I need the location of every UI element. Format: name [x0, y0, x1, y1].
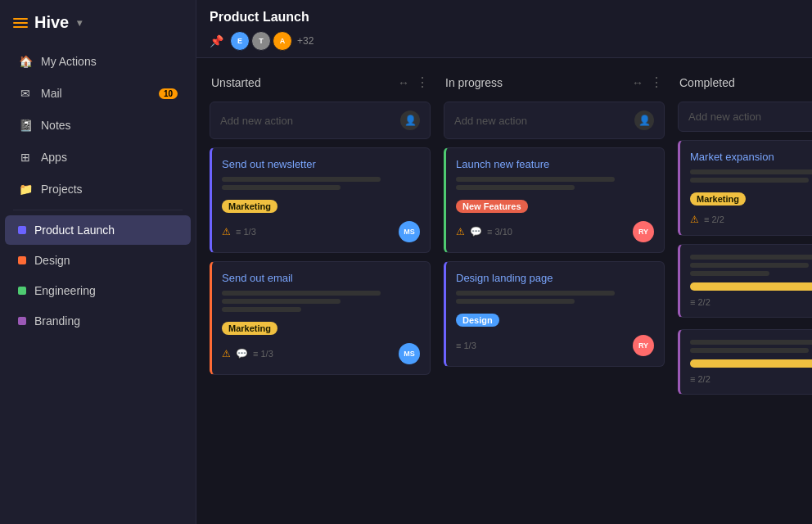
sidebar: Hive ▾ 🏠 My Actions ✉ Mail 10 📓 Notes ⊞ …	[0, 0, 196, 524]
card-title: Launch new feature	[456, 158, 654, 170]
avatar: MS	[399, 343, 420, 364]
expand-icon[interactable]: ↔	[398, 76, 409, 89]
sidebar-item-design[interactable]: Design	[5, 246, 191, 275]
projects-icon: 📁	[18, 182, 33, 196]
column-header: Completed ↔ ⋮	[678, 71, 812, 93]
card-line	[222, 299, 341, 304]
add-action-bar[interactable]: Add new action 👤	[444, 102, 665, 139]
mail-badge: 10	[159, 88, 178, 99]
card-footer: ⚠ ≡ 2/2	[690, 214, 812, 225]
sidebar-item-label: Notes	[41, 119, 71, 132]
chat-icon: 💬	[236, 348, 248, 359]
column-menu-button[interactable]: ⋮	[650, 75, 663, 90]
project-dot	[18, 256, 26, 264]
main-content: Product Launch 📌 E T A +32 Unstarted ↔ ⋮…	[196, 0, 812, 524]
card-launch-feature[interactable]: Launch new feature New Features ⚠ 💬 ≡ 3/…	[444, 147, 665, 253]
card-partial[interactable]: ≡ 2/2	[678, 244, 812, 318]
card-tag: Marketing	[690, 192, 746, 206]
task-count: ≡ 1/3	[236, 227, 394, 237]
card-send-newsletter[interactable]: Send out newsletter Marketing ⚠ ≡ 1/3 MS	[210, 147, 431, 253]
alert-icon: ⚠	[222, 348, 231, 359]
add-action-label: Add new action	[454, 115, 527, 127]
sidebar-item-label: Apps	[41, 151, 67, 164]
alert-icon: ⚠	[456, 226, 465, 237]
card-line	[222, 185, 341, 190]
card-line	[690, 255, 812, 260]
progress-bar	[690, 282, 812, 291]
column-completed: Completed ↔ ⋮ Add new action Market expa…	[678, 71, 812, 395]
card-line	[456, 185, 575, 190]
card-line	[456, 177, 615, 182]
column-actions: ↔ ⋮	[632, 75, 663, 90]
card-footer: ⚠ ≡ 1/3 MS	[222, 221, 420, 242]
column-in-progress: In progress ↔ ⋮ Add new action 👤 Launch …	[444, 71, 665, 367]
expand-icon[interactable]: ↔	[632, 76, 643, 89]
avatar: RY	[633, 335, 654, 356]
app-logo[interactable]: Hive ▾	[0, 0, 196, 42]
card-line	[456, 291, 615, 296]
sidebar-item-engineering[interactable]: Engineering	[5, 276, 191, 305]
card-line	[222, 307, 301, 312]
alert-icon: ⚠	[222, 226, 231, 237]
notes-icon: 📓	[18, 118, 33, 133]
card-lines	[222, 291, 420, 312]
sidebar-item-notes[interactable]: 📓 Notes	[5, 110, 191, 141]
column-title: In progress	[445, 76, 503, 89]
card-line	[690, 169, 812, 174]
card-tag: Marketing	[222, 200, 277, 213]
sidebar-item-branding[interactable]: Branding	[5, 306, 191, 336]
sidebar-item-mail[interactable]: ✉ Mail 10	[5, 78, 191, 109]
card-design-landing[interactable]: Design landing page Design ≡ 1/3 RY	[444, 261, 665, 367]
hamburger-icon	[13, 18, 28, 28]
column-actions: ↔ ⋮	[398, 75, 429, 90]
card-lines	[222, 177, 420, 190]
divider	[13, 210, 183, 210]
avatar: RY	[633, 221, 654, 242]
mail-icon: ✉	[18, 86, 33, 101]
card-send-email[interactable]: Send out email Marketing ⚠ 💬 ≡ 1/3 MS	[210, 261, 431, 375]
avatar-e: E	[230, 31, 250, 51]
page-header: Product Launch 📌 E T A +32	[196, 0, 812, 58]
add-action-bar[interactable]: Add new action 👤	[210, 102, 431, 139]
card-market-expansion[interactable]: Market expansion Marketing ⚠ ≡ 2/2	[678, 140, 812, 236]
sidebar-item-label: Product Launch	[34, 224, 115, 237]
column-menu-button[interactable]: ⋮	[416, 75, 429, 90]
card-lines	[456, 291, 654, 304]
column-unstarted: Unstarted ↔ ⋮ Add new action 👤 Send out …	[210, 71, 431, 375]
card-title: Market expansion	[690, 151, 812, 163]
add-action-bar[interactable]: Add new action	[678, 102, 812, 132]
task-count: ≡ 1/3	[253, 349, 394, 359]
sidebar-item-apps[interactable]: ⊞ Apps	[5, 142, 191, 173]
sidebar-item-label: Mail	[41, 87, 62, 100]
sidebar-item-projects[interactable]: 📁 Projects	[5, 174, 191, 205]
card-partial-2[interactable]: ≡ 2/2	[678, 329, 812, 395]
header-bar: 📌 E T A +32	[210, 31, 799, 51]
chevron-icon: ▾	[77, 17, 82, 29]
card-lines	[690, 169, 812, 183]
kanban-board: Unstarted ↔ ⋮ Add new action 👤 Send out …	[196, 58, 812, 524]
task-count: ≡ 2/2	[690, 297, 710, 307]
sidebar-item-my-actions[interactable]: 🏠 My Actions	[5, 46, 191, 77]
project-dot	[18, 317, 26, 325]
sidebar-item-label: Design	[34, 254, 70, 267]
task-count: ≡ 2/2	[690, 374, 710, 384]
user-icon: 👤	[634, 111, 654, 130]
column-header: Unstarted ↔ ⋮	[210, 71, 431, 93]
alert-icon: ⚠	[690, 214, 699, 225]
card-line	[690, 348, 809, 353]
card-footer: ⚠ 💬 ≡ 3/10 RY	[456, 221, 654, 242]
pin-icon: 📌	[210, 34, 223, 47]
card-line	[690, 271, 769, 276]
card-line	[222, 177, 381, 182]
card-footer: ≡ 2/2	[690, 297, 812, 307]
sidebar-item-label: Engineering	[34, 284, 96, 297]
column-title: Completed	[679, 76, 735, 89]
card-lines	[690, 255, 812, 276]
sidebar-item-label: Projects	[41, 183, 83, 196]
card-title: Design landing page	[456, 272, 654, 284]
project-dot	[18, 226, 26, 234]
avatar-t: T	[251, 31, 271, 51]
column-title: Unstarted	[211, 76, 261, 89]
sidebar-item-product-launch[interactable]: Product Launch	[5, 215, 191, 245]
card-footer: ≡ 2/2	[690, 374, 812, 384]
